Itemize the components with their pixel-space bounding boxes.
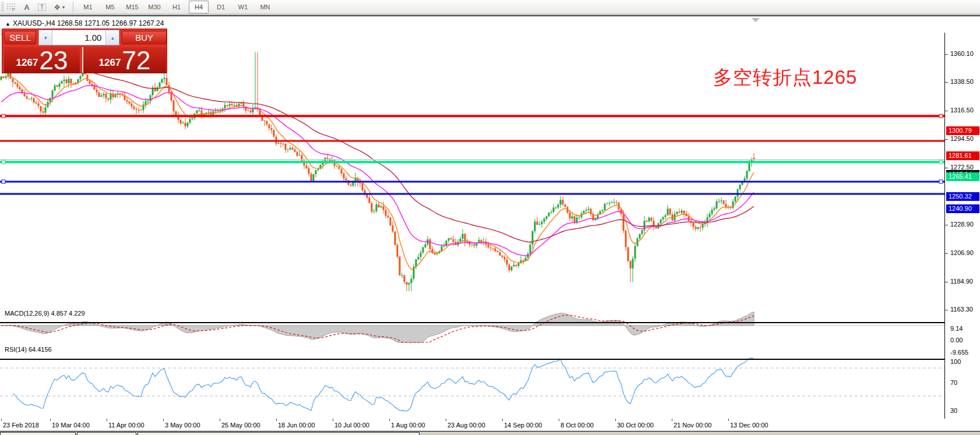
sell-price-main: 1267 bbox=[16, 57, 38, 69]
chart-shift-marker-icon[interactable] bbox=[752, 18, 760, 22]
chart-window: ▲XAUUSD-,H4 1268.58 1271.05 1266.97 1267… bbox=[0, 15, 980, 432]
ohlc-values: 1268.58 1271.05 1266.97 1267.24 bbox=[57, 19, 164, 27]
date-tick-label: 1 Aug 00:00 bbox=[391, 422, 425, 429]
price-line-badge: 1265.41 bbox=[946, 172, 979, 181]
one-click-trading-panel: SELL ▾ ▴ BUY 1267 23 1267 72 bbox=[2, 29, 167, 73]
chart-annotation-text: 多空转折点1265 bbox=[713, 65, 857, 91]
timeframe-button-m15[interactable]: M15 bbox=[122, 1, 142, 13]
date-tick-mark bbox=[333, 419, 333, 421]
price-tick-label: 1163.30 bbox=[950, 306, 973, 313]
macd-tick-label: -9.655 bbox=[950, 349, 968, 356]
price-tick-label: 1228.90 bbox=[950, 221, 974, 228]
date-tick-mark bbox=[107, 419, 107, 421]
chart-tabs-strip[interactable] bbox=[0, 431, 980, 435]
date-tick-mark bbox=[163, 419, 164, 421]
price-line-badge: 1250.32 bbox=[946, 192, 979, 201]
rsi-tick-label: 100 bbox=[950, 358, 961, 365]
price-tick-mark bbox=[945, 282, 948, 282]
date-tick-label: 18 Jun 00:00 bbox=[278, 422, 315, 429]
price-tick-mark bbox=[945, 253, 948, 254]
price-tick-mark bbox=[945, 82, 948, 83]
date-tick-label: 10 Jul 00:00 bbox=[334, 422, 369, 429]
volume-input[interactable] bbox=[52, 30, 105, 45]
macd-tick-label: 0.00 bbox=[950, 337, 963, 344]
svg-text:F: F bbox=[12, 8, 15, 12]
date-tick-label: 13 Dec 00:00 bbox=[730, 422, 768, 429]
price-tick-mark bbox=[945, 168, 948, 168]
date-tick-mark bbox=[502, 419, 503, 421]
date-tick-label: 3 May 00:00 bbox=[165, 422, 200, 429]
buy-price-tile[interactable]: 1267 72 bbox=[82, 47, 166, 73]
volume-control: ▾ ▴ bbox=[38, 30, 119, 45]
date-tick-mark bbox=[220, 419, 220, 421]
tools-dropdown-caret-icon[interactable]: ▾ bbox=[62, 5, 68, 10]
rsi-tick-label: 30 bbox=[950, 407, 957, 414]
rsi-tick-label: 70 bbox=[950, 379, 957, 386]
price-line-badge: 1300.79 bbox=[946, 126, 979, 135]
macd-indicator-label: MACD(12,26,9) 4.857 4.229 bbox=[5, 310, 85, 317]
timeframe-button-m5[interactable]: M5 bbox=[100, 1, 120, 13]
sell-price-tile[interactable]: 1267 23 bbox=[4, 47, 80, 73]
symbol-label: XAUUSD-,H4 bbox=[13, 19, 55, 27]
date-tick-mark bbox=[50, 419, 51, 421]
timeframe-button-h1[interactable]: H1 bbox=[167, 1, 186, 13]
text-label-tool-icon[interactable]: A bbox=[19, 1, 34, 13]
date-tick-mark bbox=[559, 419, 559, 421]
application-window: F A T ❖ ▾ M1M5M15M30H1H4D1W1MN ▲XAUUSD-,… bbox=[0, 0, 980, 435]
buy-price-points: 72 bbox=[122, 50, 150, 71]
fibonacci-tool-icon[interactable]: F bbox=[4, 1, 19, 13]
chart-tab[interactable] bbox=[138, 432, 420, 435]
price-tick-label: 1360.10 bbox=[950, 50, 974, 57]
date-tick-label: 30 Oct 00:00 bbox=[617, 422, 654, 429]
chart-tab[interactable] bbox=[77, 432, 136, 435]
date-tick-label: 25 May 00:00 bbox=[221, 422, 260, 429]
date-tick-mark bbox=[389, 419, 390, 421]
rsi-indicator-label: RSI(14) 64.4156 bbox=[5, 346, 52, 353]
date-tick-mark bbox=[728, 419, 729, 421]
date-tick-mark bbox=[615, 419, 616, 421]
sell-price-points: 23 bbox=[39, 50, 68, 71]
price-tick-label: 1206.90 bbox=[950, 249, 974, 256]
toolbar-separator bbox=[73, 1, 73, 13]
price-tick-label: 1184.90 bbox=[950, 278, 973, 285]
price-tick-mark bbox=[945, 54, 948, 55]
date-tick-label: 19 Mar 04:00 bbox=[52, 422, 90, 429]
date-tick-label: 8 Oct 00:00 bbox=[560, 422, 594, 429]
buy-price-main: 1267 bbox=[99, 57, 121, 69]
date-tick-label: 11 Apr 00:00 bbox=[108, 422, 144, 429]
date-tick-mark bbox=[672, 419, 672, 421]
price-tick-label: 1338.50 bbox=[950, 78, 974, 85]
sell-button[interactable]: SELL bbox=[4, 31, 36, 44]
macd-tick-label: 9.14 bbox=[950, 325, 963, 332]
date-axis[interactable]: 23 Feb 201819 Mar 04:0011 Apr 00:003 May… bbox=[0, 419, 980, 431]
toolbar: F A T ❖ ▾ M1M5M15M30H1H4D1W1MN bbox=[0, 0, 980, 15]
price-tick-mark bbox=[945, 111, 948, 111]
price-axis[interactable]: 1360.101338.501316.501294.501272.501228.… bbox=[944, 33, 980, 434]
timeframe-button-m30[interactable]: M30 bbox=[144, 1, 164, 13]
volume-increase-button[interactable]: ▴ bbox=[105, 30, 119, 45]
date-tick-mark bbox=[276, 419, 277, 421]
price-line-badge: 1240.90 bbox=[946, 204, 979, 213]
chart-tab[interactable] bbox=[0, 432, 76, 435]
collapse-arrow-icon[interactable]: ▲ bbox=[5, 21, 10, 27]
pane-separator[interactable] bbox=[0, 359, 944, 360]
date-tick-label: 14 Sep 00:00 bbox=[504, 422, 542, 429]
price-tick-label: 1294.50 bbox=[950, 135, 974, 142]
price-tick-mark bbox=[945, 139, 948, 140]
timeframe-button-w1[interactable]: W1 bbox=[233, 1, 253, 13]
timeframe-button-mn[interactable]: MN bbox=[255, 1, 275, 13]
date-tick-mark bbox=[1, 419, 2, 421]
timeframe-button-m1[interactable]: M1 bbox=[78, 1, 98, 13]
timeframe-button-d1[interactable]: D1 bbox=[211, 1, 231, 13]
date-tick-label: 23 Aug 00:00 bbox=[447, 422, 485, 429]
buy-button[interactable]: BUY bbox=[122, 31, 167, 44]
timeframe-button-h4[interactable]: H4 bbox=[189, 1, 209, 13]
price-tick-mark bbox=[945, 225, 948, 225]
text-tool-icon[interactable]: T bbox=[34, 1, 50, 13]
price-line-badge: 1281.61 bbox=[946, 151, 979, 160]
price-tick-label: 1316.50 bbox=[950, 107, 974, 114]
timeframe-buttons: M1M5M15M30H1H4D1W1MN bbox=[77, 1, 276, 13]
pane-separator[interactable] bbox=[0, 322, 944, 323]
volume-decrease-button[interactable]: ▾ bbox=[39, 30, 52, 45]
chart-title: ▲XAUUSD-,H4 1268.58 1271.05 1266.97 1267… bbox=[5, 19, 164, 27]
